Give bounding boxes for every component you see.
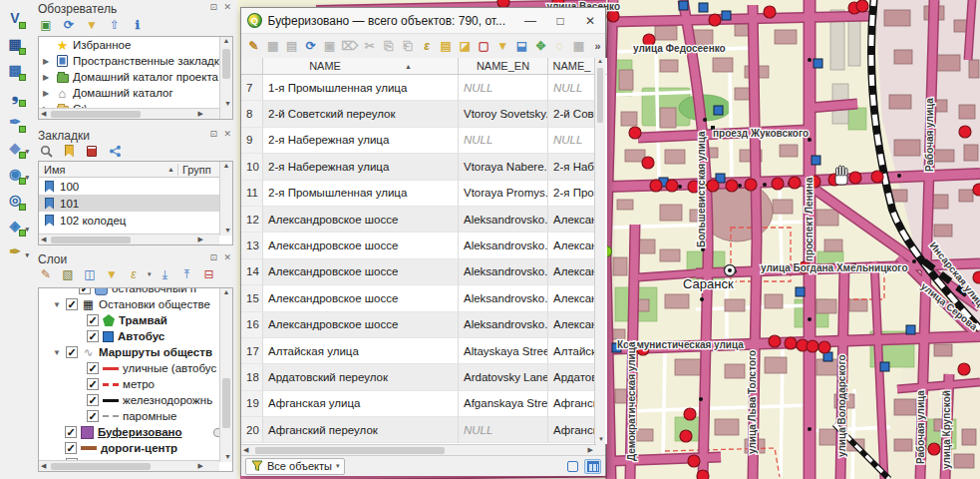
table-row[interactable]: 102-я Набережная улицаVtoraya Nabere...2… xyxy=(241,154,607,180)
form-view-button[interactable] xyxy=(564,459,581,474)
add-spatialite-layer-button[interactable]: ✒ xyxy=(3,110,27,134)
toggle-editing-icon[interactable]: ✎ xyxy=(246,38,261,55)
checkbox[interactable]: ✓ xyxy=(87,394,99,406)
layer-group-routes[interactable]: ▼ ✓ ∿ Маршруты обществ xyxy=(39,344,232,360)
select-all-icon[interactable]: ▤ xyxy=(439,38,454,55)
bookmarks-column-name[interactable]: Имя ▲ xyxy=(39,164,178,176)
checkbox[interactable]: ✓ xyxy=(66,346,78,358)
save-edits-icon[interactable]: ▤ xyxy=(284,38,299,55)
collapse-all-icon[interactable]: ⇧ xyxy=(107,17,123,33)
table-hscrollbar[interactable]: ◀▶ xyxy=(241,444,596,455)
multi-edit-icon[interactable]: ▦ xyxy=(265,38,280,55)
browser-item-project-home[interactable]: ▶ Домашний каталог проекта xyxy=(39,69,232,85)
pan-to-selection-icon[interactable]: ✥ xyxy=(533,38,548,55)
share-bookmarks-icon[interactable] xyxy=(107,143,123,159)
move-selection-top-icon[interactable]: ⬓ xyxy=(514,38,529,55)
layer-item-street-routes[interactable]: ✓ уличные (автобус xyxy=(39,360,232,376)
column-header-name-en[interactable]: NAME_EN xyxy=(459,58,548,74)
checkbox[interactable]: ✓ xyxy=(87,330,99,342)
paste-features-icon[interactable]: ⎗ xyxy=(400,38,415,55)
dialog-titlebar[interactable]: Q Буферизовано — всего объектов: 790, от… xyxy=(241,8,605,34)
cut-features-icon[interactable]: ✂ xyxy=(362,38,377,55)
add-delimited-text-layer-button[interactable]: ❟ xyxy=(3,84,27,108)
checkbox[interactable]: ✓ xyxy=(87,410,99,422)
checkbox[interactable]: ✓ xyxy=(65,426,77,438)
layer-item-metro[interactable]: ✓ метро xyxy=(39,376,232,392)
add-group-icon[interactable]: ▧ xyxy=(60,266,76,282)
add-wcs-layer-button[interactable]: ◎ xyxy=(3,188,27,212)
add-mesh-layer-button[interactable]: ▩ xyxy=(3,58,27,82)
refresh-icon[interactable]: ⟳ xyxy=(61,17,77,33)
table-row[interactable]: 92-я Набережная улицаNULLNULL xyxy=(241,128,607,154)
add-wms-layer-button[interactable]: ◉▾ xyxy=(3,162,27,186)
expand-arrow-icon[interactable]: ▶ xyxy=(43,73,52,82)
float-panel-icon[interactable]: ⊡ xyxy=(209,129,219,139)
close-panel-icon[interactable]: ✕ xyxy=(223,252,233,262)
layer-item-roads-center[interactable]: ✓ дороги-центр xyxy=(39,440,232,456)
checkbox[interactable]: ✓ xyxy=(66,298,78,310)
table-row[interactable]: 12Александровское шоссеAleksandrovsko...… xyxy=(241,207,607,233)
browser-vscrollbar[interactable]: ▲▼ xyxy=(219,37,232,119)
bookmark-row[interactable]: 100 xyxy=(39,178,232,195)
column-header-name[interactable]: NAME ▲ xyxy=(263,58,459,74)
close-button[interactable]: ✕ xyxy=(575,9,605,33)
zoom-to-bookmark-icon[interactable] xyxy=(38,143,54,159)
add-selected-layers-icon[interactable]: ▣ xyxy=(38,17,54,33)
add-vector-layer-button[interactable]: V xyxy=(3,6,27,30)
table-row[interactable]: 15Александровское шоссеAleksandrovsko...… xyxy=(241,285,607,311)
remove-layer-icon[interactable]: ⊟ xyxy=(201,266,217,282)
table-row[interactable]: 20Афганский переулокNULLАфганск xyxy=(241,417,607,443)
layers-hscrollbar[interactable]: ◀▶ xyxy=(39,460,219,471)
table-row[interactable]: 82-й Советский переулокVtoroy Sovetsky..… xyxy=(241,101,607,127)
add-bookmark-icon[interactable] xyxy=(61,143,77,159)
collapse-all-icon[interactable]: ⤒ xyxy=(179,266,195,282)
layer-item-railway[interactable]: ✓ железнодорожнь xyxy=(39,392,232,408)
select-by-expression-icon[interactable]: ε xyxy=(419,38,434,55)
bookmark-row-selected[interactable]: 101 xyxy=(39,195,232,212)
layer-item-stop-point[interactable]: ✓ остановочный п xyxy=(39,287,232,296)
browser-item-spatial-bookmarks[interactable]: ▶ Пространственные закладки xyxy=(39,53,232,69)
column-header-name-x[interactable]: NAME_ xyxy=(548,58,596,74)
layer-styling-icon[interactable]: ✎ xyxy=(38,266,54,282)
collapse-arrow-icon[interactable]: ▼ xyxy=(53,348,62,357)
bookmarks-vscrollbar[interactable]: ▲▼ xyxy=(219,162,232,236)
delete-bookmark-icon[interactable] xyxy=(84,143,100,159)
close-panel-icon[interactable]: ✕ xyxy=(223,129,233,139)
checkbox[interactable]: ✓ xyxy=(87,314,99,326)
maximize-button[interactable]: □ xyxy=(545,9,575,33)
invert-selection-icon[interactable]: ◪ xyxy=(458,38,473,55)
expand-arrow-icon[interactable]: ▶ xyxy=(43,89,52,98)
table-row[interactable]: 17Алтайская улицаAltayskaya StreetАлтайс… xyxy=(241,338,607,364)
float-panel-icon[interactable]: ⊡ xyxy=(209,2,219,12)
toolbar-overflow-icon[interactable]: » xyxy=(590,38,605,55)
checkbox[interactable]: ✓ xyxy=(79,287,91,294)
table-row[interactable]: 19Афганская улицаAfganskaya Stre...Афган… xyxy=(241,391,607,417)
table-row[interactable]: 13Александровское шоссеAleksandrovsko...… xyxy=(241,233,607,258)
new-annotation-button[interactable]: ✒▾ xyxy=(3,240,27,263)
table-row[interactable]: 14Александровское шоссеAleksandrovsko...… xyxy=(241,259,607,285)
select-by-form-icon[interactable]: ▼ xyxy=(495,38,510,55)
collapse-arrow-icon[interactable]: ▼ xyxy=(53,300,62,309)
table-row[interactable]: 16Александровское шоссеAleksandrovsko...… xyxy=(241,312,607,338)
checkbox[interactable]: ✓ xyxy=(87,362,99,374)
new-field-icon[interactable]: ▦ xyxy=(571,38,586,55)
checkbox[interactable]: ✓ xyxy=(65,442,77,454)
add-feature-icon[interactable]: ▣ xyxy=(322,38,337,55)
table-row[interactable]: 112-я Промышленная улицаVtoraya Promys..… xyxy=(241,181,607,207)
browser-hscrollbar[interactable]: ◀▶ xyxy=(39,108,219,119)
browser-item-favorites[interactable]: ★ Избранное xyxy=(39,37,232,53)
close-panel-icon[interactable]: ✕ xyxy=(223,2,233,12)
expand-all-icon[interactable]: ⤓ xyxy=(158,266,173,282)
add-postgis-layer-button[interactable]: ◆▾ xyxy=(3,136,27,160)
layer-item-tram[interactable]: ✓ Трамвай ▽ xyxy=(39,312,232,328)
table-row[interactable]: 71-я Промышленная улицаNULLNULL xyxy=(241,75,607,101)
add-raster-layer-button[interactable]: ▦ xyxy=(3,32,27,56)
deselect-all-icon[interactable]: ▢ xyxy=(477,38,491,55)
table-row[interactable]: 18Ардатовский переулокArdatovsky LaneАрд… xyxy=(241,364,607,390)
expand-arrow-icon[interactable]: ▶ xyxy=(43,57,52,66)
chevron-down-icon[interactable]: ▾ xyxy=(148,270,152,278)
filter-browser-icon[interactable]: ▼ xyxy=(84,17,100,33)
info-icon[interactable]: ℹ xyxy=(130,17,146,33)
zoom-to-selection-icon[interactable]: ◌ xyxy=(552,38,567,55)
layers-vscrollbar[interactable]: ▲▼ xyxy=(219,288,232,462)
